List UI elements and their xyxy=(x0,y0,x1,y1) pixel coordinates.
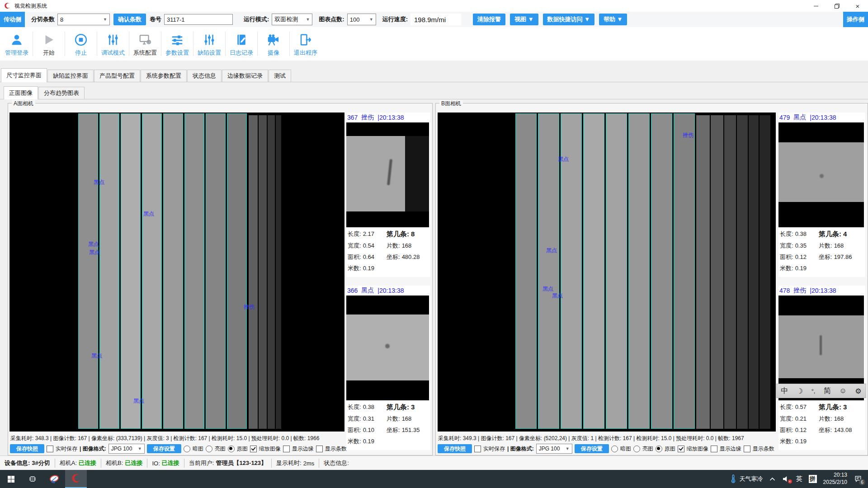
view-menu-button[interactable]: 视图 ▼ xyxy=(510,14,538,25)
strip-detect-box xyxy=(606,113,627,429)
save-snapshot-button[interactable]: 保存快照 xyxy=(438,444,472,453)
tab-main-3[interactable]: 系统参数配置 xyxy=(141,70,187,82)
image-format-select[interactable]: JPG 100▼ xyxy=(108,444,145,454)
ime-punctuation-mode[interactable]: °, xyxy=(811,388,816,394)
defect-card[interactable]: 367挫伤|20:13:38长度:2.17第几条:8宽度:0.54片数:168面… xyxy=(346,113,430,277)
show-edge-checkbox[interactable] xyxy=(283,446,290,452)
save-settings-button[interactable]: 保存设置 xyxy=(575,444,609,453)
tool-button-4[interactable]: 系统配置 xyxy=(130,27,160,61)
tab-main-0[interactable]: 尺寸监控界面 xyxy=(1,68,47,82)
close-button[interactable]: × xyxy=(847,0,868,12)
device-info-label: 设备信息: xyxy=(5,459,30,467)
language-indicator[interactable]: 英 xyxy=(796,475,802,483)
task-view-button[interactable] xyxy=(22,470,43,488)
snipping-tool-button[interactable] xyxy=(43,470,65,488)
image-format-value: JPG 100 xyxy=(111,446,132,452)
tab-sub-0[interactable]: 正面图像 xyxy=(4,86,38,99)
defect-card[interactable]: 366黑点|20:13:38长度:0.38第几条:3宽度:0.31片数:168面… xyxy=(346,286,430,450)
bright-image-radio[interactable] xyxy=(206,446,212,452)
strip-band xyxy=(276,115,281,429)
notification-center-button[interactable]: 6 xyxy=(854,474,863,483)
defect-field-strip: 第几条:8 xyxy=(387,230,430,239)
clear-alarm-button[interactable]: 清除报警 xyxy=(473,14,505,25)
tab-main-4[interactable]: 状态信息 xyxy=(187,70,222,82)
show-edge-checkbox[interactable] xyxy=(711,446,717,452)
taskbar-app-vision-system[interactable] xyxy=(65,470,87,488)
defect-type: 挫伤 xyxy=(361,113,374,122)
field-label: 面积: xyxy=(780,426,793,434)
ime-pinyin-indicator[interactable]: 拼 xyxy=(809,475,817,483)
chevron-down-icon: ▼ xyxy=(138,446,142,451)
ime-emoji-icon[interactable]: ☺ xyxy=(839,387,846,395)
camera-b-image[interactable]: 挫伤黑点黑点黑点黑点 xyxy=(438,113,776,432)
ime-simplified-mode[interactable]: 简 xyxy=(824,386,831,396)
defect-card[interactable]: 478挫伤|20:13:38长度:0.57第几条:3宽度:0.21片数:168面… xyxy=(778,286,865,450)
tool-button-3[interactable]: 调试模式 xyxy=(98,27,128,61)
dark-image-radio[interactable] xyxy=(611,446,618,452)
defect-card[interactable]: 479黑点|20:13:38长度:0.38第几条:4宽度:0.35片数:168面… xyxy=(778,113,865,277)
dark-image-radio[interactable] xyxy=(184,446,190,452)
realtime-save-checkbox[interactable] xyxy=(47,446,53,452)
operator-side-button[interactable]: 操作侧 xyxy=(843,12,868,27)
run-mode-label: 运行模式: xyxy=(244,15,269,23)
restore-button[interactable] xyxy=(826,0,847,12)
defect-field-strip: 第几条:3 xyxy=(387,403,430,412)
debug-sliders-icon xyxy=(106,31,120,48)
defect-thumbnail[interactable] xyxy=(346,122,429,227)
slit-count-select[interactable]: 8 ▼ xyxy=(57,14,110,25)
tab-sub-1[interactable]: 分布趋势图表 xyxy=(38,87,85,99)
exit-icon xyxy=(299,31,312,48)
camera-a-image[interactable]: 黑点黑点黑点黑点挫伤黑点黑点 xyxy=(9,113,344,432)
drive-side-button[interactable]: 传动侧 xyxy=(0,12,25,27)
volume-muted-button[interactable]: × xyxy=(782,475,790,483)
tool-button-5[interactable]: 参数设置 xyxy=(162,27,192,61)
tool-button-8[interactable]: 摄像 xyxy=(259,27,288,61)
ime-fullwidth-moon-icon[interactable]: ☽ xyxy=(797,387,803,395)
original-image-radio[interactable] xyxy=(656,446,662,452)
save-snapshot-button[interactable]: 保存快照 xyxy=(10,444,44,453)
defect-annotation: 黑点 xyxy=(91,352,102,360)
bright-image-radio[interactable] xyxy=(633,446,640,452)
show-strip-count-checkbox[interactable] xyxy=(316,446,323,452)
run-mode-select[interactable]: 双面检测 ▼ xyxy=(272,14,312,25)
zoom-image-checkbox[interactable] xyxy=(250,446,257,452)
confirm-count-button[interactable]: 确认条数 xyxy=(113,14,146,25)
tool-button-1[interactable]: 开始 xyxy=(34,27,64,61)
save-settings-button[interactable]: 保存设置 xyxy=(147,444,181,453)
tool-button-2[interactable]: 停止 xyxy=(66,27,96,61)
tool-button-7[interactable]: 日志记录 xyxy=(226,27,256,61)
taskbar-weather[interactable]: 天气寒冷 xyxy=(730,474,763,484)
defect-field-length: 长度:2.17 xyxy=(348,230,387,239)
chart-points-label: 图表点数: xyxy=(319,15,344,23)
defect-time: |20:13:38 xyxy=(377,287,404,294)
roll-label: 卷号 xyxy=(150,15,161,23)
tool-button-6[interactable]: 缺陷设置 xyxy=(194,27,224,61)
tab-main-1[interactable]: 缺陷监控界面 xyxy=(47,70,94,82)
original-image-radio[interactable] xyxy=(228,446,235,452)
field-value: 143.08 xyxy=(834,427,852,433)
ime-chinese-mode[interactable]: 中 xyxy=(781,386,788,396)
toolbar-divider xyxy=(257,32,258,56)
ime-settings-gear-icon[interactable]: ⚙ xyxy=(855,387,861,395)
defect-thumbnail[interactable] xyxy=(778,122,864,227)
data-quick-access-button[interactable]: 数据快捷访问 ▼ xyxy=(543,14,594,25)
hidden-icons-chevron[interactable] xyxy=(769,477,775,481)
tab-main-6[interactable]: 测试 xyxy=(269,70,291,82)
chart-points-select[interactable]: 100 ▼ xyxy=(347,14,376,25)
minimize-button[interactable] xyxy=(806,0,826,12)
tool-button-9[interactable]: 退出程序 xyxy=(291,27,321,61)
start-button[interactable] xyxy=(0,470,22,488)
help-menu-button[interactable]: 帮助 ▼ xyxy=(599,14,627,25)
roll-input[interactable] xyxy=(164,14,233,25)
image-format-select[interactable]: JPG 100▼ xyxy=(536,444,572,454)
defect-field-pieces: 片数:168 xyxy=(387,242,430,250)
defect-thumbnail[interactable] xyxy=(346,296,429,400)
thumb-defect-mark xyxy=(820,335,822,355)
tab-main-5[interactable]: 边缘数据记录 xyxy=(222,70,268,82)
realtime-save-checkbox[interactable] xyxy=(474,446,481,452)
taskbar-clock[interactable]: 20:13 2025/2/10 xyxy=(823,472,847,486)
tab-main-2[interactable]: 产品型号配置 xyxy=(94,70,140,82)
zoom-image-checkbox[interactable] xyxy=(678,446,684,452)
show-strip-count-checkbox[interactable] xyxy=(744,446,750,452)
tool-button-0[interactable]: 管理登录 xyxy=(2,27,32,61)
